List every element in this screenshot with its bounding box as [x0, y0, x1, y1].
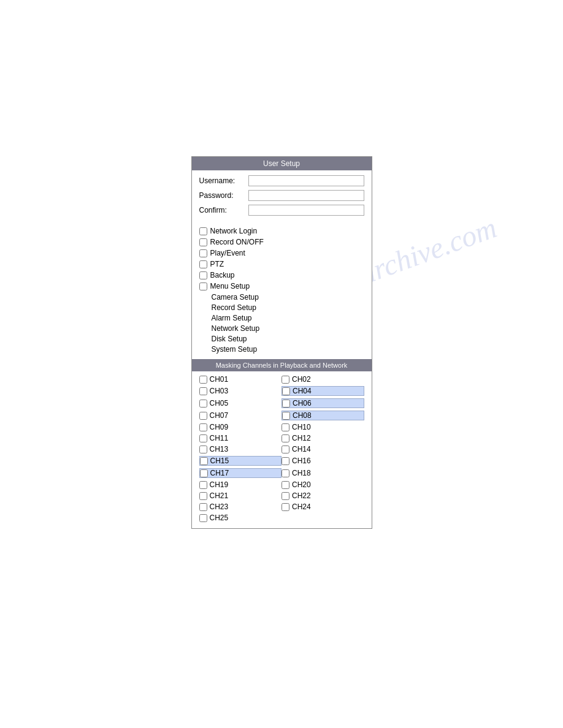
channel-row-1: CH01 CH02: [199, 375, 364, 384]
channel-row-4: CH07 CH08: [199, 411, 364, 420]
ptz-checkbox[interactable]: [199, 260, 207, 268]
channel-col-ch04: CH04: [282, 386, 364, 396]
play-event-label: Play/Event: [210, 249, 245, 257]
channel-col-ch09: CH09: [199, 423, 282, 431]
channel-row-8: CH15 CH16: [199, 456, 364, 466]
username-input[interactable]: [248, 175, 364, 186]
channel-col-ch21: CH21: [199, 491, 282, 500]
ptz-label: PTZ: [210, 260, 224, 268]
network-login-checkbox[interactable]: [199, 227, 207, 235]
ch07-label: CH07: [210, 411, 229, 420]
sub-item-system-setup: System Setup: [199, 345, 364, 354]
ch23-checkbox[interactable]: [199, 503, 207, 511]
checkbox-section: Network Login Record ON/OFF Play/Event P…: [192, 224, 372, 359]
channel-col-ch17: CH17: [199, 468, 282, 478]
ch18-label: CH18: [292, 469, 311, 477]
form-section: Username: Password: Confirm:: [192, 170, 372, 224]
ch02-checkbox[interactable]: [282, 376, 289, 384]
ch22-checkbox[interactable]: [282, 492, 289, 500]
ch04-checkbox[interactable]: [282, 387, 290, 395]
ch15-label: CH15: [210, 457, 229, 465]
ch23-label: CH23: [210, 502, 229, 511]
ch06-label: CH06: [293, 399, 312, 408]
password-label: Password:: [199, 191, 248, 200]
sub-item-camera-setup: Camera Setup: [199, 293, 364, 301]
channel-row-5: CH09 CH10: [199, 423, 364, 431]
channel-col-ch03: CH03: [199, 387, 282, 395]
cb-ptz-row: PTZ: [199, 260, 364, 268]
masking-title: Masking Channels in Playback and Network: [192, 359, 372, 371]
ch17-checkbox[interactable]: [200, 469, 208, 477]
cb-play-event-row: Play/Event: [199, 249, 364, 257]
confirm-input[interactable]: [248, 205, 364, 216]
backup-label: Backup: [210, 271, 235, 279]
ch05-checkbox[interactable]: [199, 400, 207, 408]
ch08-label: CH08: [293, 411, 312, 420]
record-onoff-label: Record ON/OFF: [210, 238, 264, 246]
ch15-checkbox[interactable]: [200, 457, 208, 465]
ch09-checkbox[interactable]: [199, 423, 207, 431]
channel-col-ch24: CH24: [282, 502, 364, 511]
channel-row-10: CH19 CH20: [199, 480, 364, 489]
sub-item-record-setup: Record Setup: [199, 303, 364, 312]
record-onoff-checkbox[interactable]: [199, 238, 207, 246]
channel-col-ch01: CH01: [199, 375, 282, 384]
ch01-label: CH01: [210, 375, 229, 384]
menu-setup-label: Menu Setup: [210, 282, 250, 290]
channel-col-ch02: CH02: [282, 375, 364, 384]
ch06-checkbox[interactable]: [282, 400, 290, 408]
ch10-label: CH10: [292, 423, 311, 431]
ch03-checkbox[interactable]: [199, 387, 207, 395]
ch09-label: CH09: [210, 423, 229, 431]
channel-col-ch14: CH14: [282, 445, 364, 453]
ch11-checkbox[interactable]: [199, 434, 207, 442]
ch21-checkbox[interactable]: [199, 492, 207, 500]
channel-row-11: CH21 CH22: [199, 491, 364, 500]
channel-col-ch19: CH19: [199, 480, 282, 489]
confirm-label: Confirm:: [199, 206, 248, 214]
ch11-label: CH11: [210, 434, 229, 442]
network-login-label: Network Login: [210, 227, 258, 235]
ch03-label: CH03: [210, 387, 229, 395]
user-setup-dialog: User Setup Username: Password: Confirm: …: [191, 156, 372, 529]
ch02-label: CH02: [292, 375, 311, 384]
ch25-checkbox[interactable]: [199, 514, 207, 522]
channel-col-ch20: CH20: [282, 480, 364, 489]
channel-row-3: CH05 CH06: [199, 398, 364, 408]
confirm-row: Confirm:: [199, 205, 364, 216]
channel-col-ch16: CH16: [282, 457, 364, 465]
ch21-label: CH21: [210, 491, 229, 500]
ch14-label: CH14: [292, 445, 311, 453]
play-event-checkbox[interactable]: [199, 249, 207, 257]
ch25-label: CH25: [210, 514, 229, 522]
channel-row-2: CH03 CH04: [199, 386, 364, 396]
ch13-checkbox[interactable]: [199, 446, 207, 453]
ch12-label: CH12: [292, 434, 311, 442]
username-label: Username:: [199, 176, 248, 185]
channel-col-ch06: CH06: [282, 398, 364, 408]
ch13-label: CH13: [210, 445, 229, 453]
ch20-checkbox[interactable]: [282, 481, 289, 489]
ch12-checkbox[interactable]: [282, 434, 289, 442]
ch01-checkbox[interactable]: [199, 376, 207, 384]
cb-record-onoff-row: Record ON/OFF: [199, 238, 364, 246]
ch07-checkbox[interactable]: [199, 412, 207, 420]
menu-setup-checkbox[interactable]: [199, 282, 207, 290]
sub-item-disk-setup: Disk Setup: [199, 335, 364, 343]
channel-col-ch12: CH12: [282, 434, 364, 442]
ch08-checkbox[interactable]: [282, 412, 290, 420]
ch24-checkbox[interactable]: [282, 503, 289, 511]
ch14-checkbox[interactable]: [282, 446, 289, 453]
channel-col-ch23: CH23: [199, 502, 282, 511]
ch16-checkbox[interactable]: [282, 457, 289, 465]
password-input[interactable]: [248, 190, 364, 201]
ch19-checkbox[interactable]: [199, 481, 207, 489]
backup-checkbox[interactable]: [199, 271, 207, 279]
ch10-checkbox[interactable]: [282, 423, 289, 431]
channel-col-ch07: CH07: [199, 411, 282, 420]
channel-col-ch22: CH22: [282, 491, 364, 500]
username-row: Username:: [199, 175, 364, 186]
channel-col-ch05: CH05: [199, 399, 282, 408]
ch18-checkbox[interactable]: [282, 469, 289, 477]
channel-col-ch15: CH15: [199, 456, 282, 466]
